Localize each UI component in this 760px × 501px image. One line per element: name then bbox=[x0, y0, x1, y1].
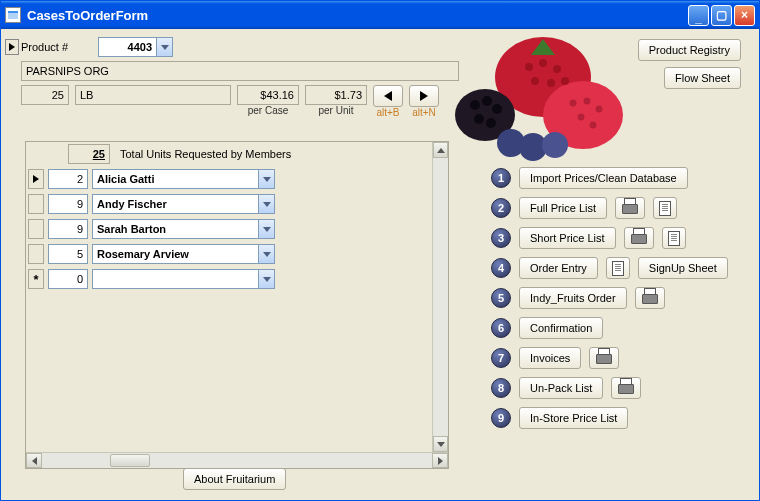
member-qty-input[interactable] bbox=[48, 269, 88, 289]
unit-field bbox=[75, 85, 231, 105]
member-row bbox=[26, 243, 432, 265]
step-badge: 1 bbox=[491, 168, 511, 188]
record-selector[interactable] bbox=[5, 39, 19, 55]
maximize-button[interactable]: ▢ bbox=[711, 5, 732, 26]
printer-button[interactable] bbox=[615, 197, 645, 219]
printer-button[interactable] bbox=[589, 347, 619, 369]
horizontal-scrollbar[interactable] bbox=[26, 452, 448, 468]
new-row-selector[interactable] bbox=[28, 269, 44, 289]
action-button-5[interactable]: Indy_Fruits Order bbox=[519, 287, 627, 309]
step-badge: 8 bbox=[491, 378, 511, 398]
chevron-down-icon[interactable] bbox=[258, 244, 275, 264]
product-registry-button[interactable]: Product Registry bbox=[638, 39, 741, 61]
prev-hint: alt+B bbox=[373, 107, 403, 118]
row-selector[interactable] bbox=[28, 244, 44, 264]
action-button-8[interactable]: Un-Pack List bbox=[519, 377, 603, 399]
preview-button[interactable] bbox=[653, 197, 677, 219]
document-icon bbox=[612, 261, 624, 276]
member-qty-input[interactable] bbox=[48, 169, 88, 189]
member-name-combo[interactable] bbox=[92, 169, 275, 189]
vertical-scrollbar[interactable] bbox=[432, 142, 448, 452]
member-name-combo[interactable] bbox=[92, 269, 275, 289]
step-badge: 4 bbox=[491, 258, 511, 278]
member-name-combo[interactable] bbox=[92, 244, 275, 264]
action-button-3[interactable]: Short Price List bbox=[519, 227, 616, 249]
preview-button[interactable] bbox=[662, 227, 686, 249]
action-button-7[interactable]: Invoices bbox=[519, 347, 581, 369]
action-row: 1Import Prices/Clean Database bbox=[491, 167, 741, 189]
window-title: CasesToOrderForm bbox=[27, 8, 688, 23]
step-badge: 6 bbox=[491, 318, 511, 338]
member-name-input[interactable] bbox=[92, 219, 258, 239]
action-row: 3Short Price List bbox=[491, 227, 741, 249]
svg-point-3 bbox=[497, 129, 525, 157]
document-icon bbox=[668, 231, 680, 246]
chevron-down-icon[interactable] bbox=[258, 194, 275, 214]
row-selector[interactable] bbox=[28, 219, 44, 239]
row-selector[interactable] bbox=[28, 194, 44, 214]
printer-button[interactable] bbox=[635, 287, 665, 309]
printer-button[interactable] bbox=[624, 227, 654, 249]
scroll-thumb[interactable] bbox=[110, 454, 150, 467]
member-row bbox=[26, 193, 432, 215]
total-units-field bbox=[68, 144, 110, 164]
svg-point-21 bbox=[486, 118, 496, 128]
member-qty-input[interactable] bbox=[48, 194, 88, 214]
printer-button[interactable] bbox=[611, 377, 641, 399]
next-record-button[interactable] bbox=[409, 85, 439, 107]
signup-sheet-button[interactable]: SignUp Sheet bbox=[638, 257, 728, 279]
scroll-right-icon[interactable] bbox=[432, 453, 448, 468]
product-number-combo[interactable] bbox=[98, 37, 173, 57]
scroll-up-icon[interactable] bbox=[433, 142, 448, 158]
member-name-input[interactable] bbox=[92, 269, 258, 289]
member-name-input[interactable] bbox=[92, 194, 258, 214]
row-selector[interactable] bbox=[28, 169, 44, 189]
document-icon bbox=[659, 201, 671, 216]
step-badge: 2 bbox=[491, 198, 511, 218]
about-button[interactable]: About Fruitarium bbox=[183, 468, 286, 490]
minimize-button[interactable]: _ bbox=[688, 5, 709, 26]
step-badge: 9 bbox=[491, 408, 511, 428]
scroll-left-icon[interactable] bbox=[26, 453, 42, 468]
member-name-combo[interactable] bbox=[92, 194, 275, 214]
svg-point-4 bbox=[519, 133, 547, 161]
member-qty-input[interactable] bbox=[48, 219, 88, 239]
action-button-2[interactable]: Full Price List bbox=[519, 197, 607, 219]
svg-point-5 bbox=[542, 132, 568, 158]
per-unit-label: per Unit bbox=[305, 105, 367, 116]
action-panel: 1Import Prices/Clean Database2Full Price… bbox=[491, 167, 741, 437]
printer-icon bbox=[622, 202, 638, 214]
titlebar: CasesToOrderForm _ ▢ × bbox=[1, 1, 759, 29]
action-row: 5Indy_Fruits Order bbox=[491, 287, 741, 309]
prev-record-button[interactable] bbox=[373, 85, 403, 107]
flow-sheet-button[interactable]: Flow Sheet bbox=[664, 67, 741, 89]
chevron-down-icon[interactable] bbox=[258, 269, 275, 289]
printer-icon bbox=[618, 382, 634, 394]
action-button-1[interactable]: Import Prices/Clean Database bbox=[519, 167, 688, 189]
per-case-label: per Case bbox=[237, 105, 299, 116]
per-unit-field bbox=[305, 85, 367, 105]
member-name-combo[interactable] bbox=[92, 219, 275, 239]
printer-icon bbox=[642, 292, 658, 304]
action-button-4[interactable]: Order Entry bbox=[519, 257, 598, 279]
product-number-dropdown-icon[interactable] bbox=[156, 37, 173, 57]
printer-icon bbox=[596, 352, 612, 364]
total-units-label: Total Units Requested by Members bbox=[120, 148, 291, 160]
close-button[interactable]: × bbox=[734, 5, 755, 26]
action-button-6[interactable]: Confirmation bbox=[519, 317, 603, 339]
product-name-field bbox=[21, 61, 459, 81]
app-window: CasesToOrderForm _ ▢ × Product Registry … bbox=[0, 0, 760, 501]
action-row: 8Un-Pack List bbox=[491, 377, 741, 399]
member-name-input[interactable] bbox=[92, 244, 258, 264]
scroll-down-icon[interactable] bbox=[433, 436, 448, 452]
member-qty-input[interactable] bbox=[48, 244, 88, 264]
per-case-field bbox=[237, 85, 299, 105]
action-button-9[interactable]: In-Store Price List bbox=[519, 407, 628, 429]
preview-button[interactable] bbox=[606, 257, 630, 279]
chevron-down-icon[interactable] bbox=[258, 169, 275, 189]
product-number-input[interactable] bbox=[98, 37, 156, 57]
step-badge: 3 bbox=[491, 228, 511, 248]
member-row bbox=[26, 218, 432, 240]
member-name-input[interactable] bbox=[92, 169, 258, 189]
chevron-down-icon[interactable] bbox=[258, 219, 275, 239]
